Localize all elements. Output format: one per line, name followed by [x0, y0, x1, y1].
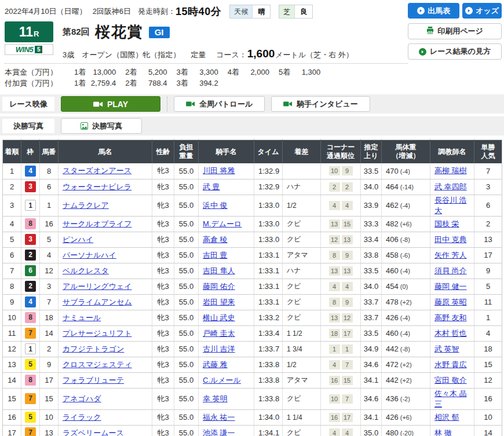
result-guide-button[interactable]: レース結果の見方 [408, 43, 502, 60]
corner-cell: 1817 [321, 325, 361, 341]
trainer-link[interactable]: 藤岡 健一 [434, 282, 467, 291]
trainer-link[interactable]: 田中 克典 [434, 235, 467, 244]
corner-position: 4 [329, 201, 340, 210]
time: 1:33.0 [254, 216, 283, 232]
jockey-link[interactable]: C.ルメール [203, 376, 241, 384]
trainer-link[interactable]: 藤原 英昭 [434, 298, 467, 306]
trainer-cell: 高野 友和 [430, 310, 474, 325]
jockey-link[interactable]: 高倉 稜 [203, 235, 228, 244]
corner-cell: 107 [321, 388, 361, 409]
jockey-link[interactable]: 浜中 俊 [203, 201, 228, 210]
horse-link[interactable]: プレサージュリフト [63, 329, 132, 338]
corner-position: 13 [342, 235, 353, 244]
sex-age: 牝3 [152, 294, 174, 310]
horse-link[interactable]: カフジテトラゴン [63, 345, 124, 353]
horse-number: 9 [40, 357, 59, 372]
jockey-link[interactable]: 川田 将雅 [203, 166, 235, 175]
jockey-cell: 古川 吉洋 [199, 341, 254, 357]
body-weight: 480 (-20) [382, 425, 430, 436]
corner-position: 10 [329, 166, 340, 175]
jockey-link[interactable]: 岩田 望来 [203, 298, 235, 306]
waku-badge: 3 [25, 181, 36, 192]
jockey-link[interactable]: 戸崎 圭太 [203, 329, 235, 338]
trainer-link[interactable]: 矢作 芳人 [434, 251, 467, 259]
horse-link[interactable]: ピンハイ [63, 235, 93, 244]
horse-link[interactable]: スターズオンアース [63, 166, 132, 175]
horse-link[interactable]: サブライムアンセム [63, 298, 132, 306]
trainer-link[interactable]: 相沢 郁 [434, 413, 459, 422]
trainer-cell: 林 徹 [430, 425, 474, 436]
horse-link[interactable]: アルーリングウェイ [63, 282, 132, 291]
corner-order: 1315 [329, 219, 353, 229]
jockey-link[interactable]: 武 豊 [203, 182, 220, 191]
trainer-link[interactable]: 宮田 敬介 [434, 376, 467, 384]
trainer-link[interactable]: 国枝 栄 [434, 219, 459, 228]
horse-link[interactable]: パーソナルハイ [63, 251, 116, 259]
print-page-button[interactable]: 印刷用ページ [408, 23, 502, 39]
corner-order: 89 [329, 298, 353, 307]
trainer-link[interactable]: 須貝 尚介 [434, 266, 467, 275]
horse-link[interactable]: ナムラクレア [63, 201, 109, 210]
waku-badge: 5 [25, 412, 36, 423]
sex-age: 牝3 [152, 216, 174, 232]
corner-position: 10 [329, 394, 340, 404]
horse-link[interactable]: フォラブリューテ [63, 376, 124, 384]
play-button[interactable]: PLAY [61, 96, 160, 112]
corner-order: 1617 [329, 413, 353, 422]
corner-cell: 44 [321, 279, 361, 294]
jockey-cell: C.ルメール [199, 372, 254, 388]
table-row: 148スターズオンアース牝355.0川田 将雅1:32.910933.5470 … [3, 163, 502, 179]
horse-number: 1 [40, 195, 59, 216]
prize-place: 4着 [228, 67, 239, 78]
jockey-link[interactable]: 藤岡 佑介 [203, 282, 235, 291]
horse-link[interactable]: サークルオブライフ [63, 219, 132, 228]
horse-link[interactable]: クロスマジェスティ [63, 360, 132, 369]
time: 1:33.4 [254, 325, 283, 341]
prize-amount: 13,000 [86, 68, 116, 76]
trainer-link[interactable]: 高柳 瑞樹 [434, 166, 467, 175]
horse-link[interactable]: ライラック [63, 413, 101, 422]
trainer-link[interactable]: 佐々木 晶三 [434, 389, 467, 408]
trainer-link[interactable]: 高野 友和 [434, 313, 467, 322]
horse-link[interactable]: ナミュール [63, 313, 101, 322]
last3f: 34.1 [361, 372, 382, 388]
jockey-link[interactable]: 吉田 豊 [203, 251, 228, 259]
corner-position: 4 [329, 428, 340, 436]
course-distance: 1,600 [247, 47, 275, 60]
jockey-link[interactable]: 福永 祐一 [203, 413, 235, 422]
jockey-link[interactable]: 武藤 雅 [203, 360, 228, 369]
horse-link[interactable]: ベルクレスタ [63, 266, 109, 275]
win-popularity: 13 [474, 232, 502, 247]
entries-button[interactable]: 出馬表 [408, 3, 459, 19]
carried-weight: 55.0 [174, 425, 199, 436]
horse-link[interactable]: ラズベリームース [63, 428, 124, 436]
horse-number: 13 [40, 425, 59, 436]
trainer-link[interactable]: 長谷川 浩大 [434, 196, 467, 215]
jockey-link[interactable]: M.デムーロ [203, 219, 242, 228]
jockey-link[interactable]: 幸 英明 [203, 394, 228, 403]
col-finish-position: 着順 [3, 140, 21, 164]
carried-weight: 55.0 [174, 247, 199, 263]
trainer-link[interactable]: 林 徹 [434, 428, 452, 436]
horse-link[interactable]: ウォーターナビレラ [63, 182, 132, 191]
carried-weight: 55.0 [174, 232, 199, 247]
last3f: 34.9 [361, 341, 382, 357]
jockey-link[interactable]: 池添 謙一 [203, 428, 235, 436]
trainer-link[interactable]: 武 英智 [434, 345, 459, 353]
jockey-link[interactable]: 吉田 隼人 [203, 266, 235, 275]
margin: ハナ [283, 179, 321, 195]
trainer-link[interactable]: 水野 貴広 [434, 360, 467, 369]
jockey-link[interactable]: 古川 吉洋 [203, 345, 235, 353]
finish-photo-button[interactable]: 決勝写真 [61, 118, 142, 134]
horse-link[interactable]: アネゴハダ [63, 394, 101, 403]
corner-position: 1 [342, 345, 353, 354]
trainer-link[interactable]: 武 幸四郎 [434, 182, 467, 191]
trainer-link[interactable]: 木村 哲也 [434, 329, 467, 338]
jockey-link[interactable]: 横山 武史 [203, 313, 235, 322]
patrol-video-button[interactable]: 全周パトロール [174, 96, 265, 112]
added-prize-label: 付加賞（万円） [5, 78, 65, 89]
col-sex-age: 性齢 [152, 140, 174, 164]
jockey-interview-button[interactable]: 騎手インタビュー [271, 96, 370, 112]
prize-place: 3着 [176, 78, 188, 89]
odds-button[interactable]: オッズ [462, 3, 502, 19]
